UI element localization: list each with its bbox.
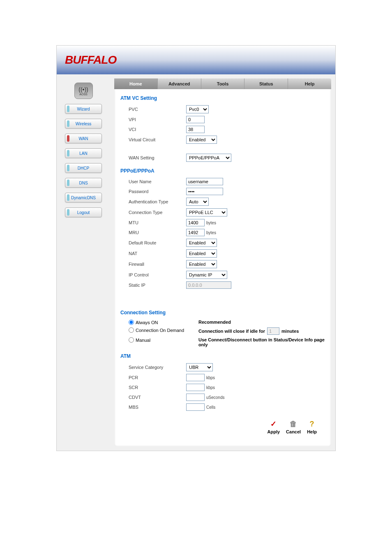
row-wan-setting: WAN Setting PPPoE/PPPoA [120, 154, 325, 162]
row-conn-type: Connection Type PPPoE LLC [120, 208, 325, 216]
row-mru: MRU bytes [120, 229, 325, 236]
idle-text-2: minutes [281, 329, 299, 334]
section-pppoe: PPPoE/PPPoA [120, 168, 325, 174]
apply-button[interactable]: ✓ Apply [267, 419, 280, 434]
label-on-demand: Connection On Demand [136, 328, 184, 333]
aoss-button[interactable]: ((•)) AOSS [74, 83, 93, 99]
nav-advanced[interactable]: Advanced [158, 78, 201, 89]
unit-mbs: Cells [206, 405, 215, 410]
select-wan-setting[interactable]: PPPoE/PPPoA [186, 154, 231, 162]
router-admin-panel: BUFFALO ((•)) AOSS Wizard Wireless WAN L… [56, 45, 336, 451]
row-vpi: VPI [120, 116, 325, 123]
input-pcr[interactable] [186, 374, 205, 381]
row-nat: NAT Enabled [120, 249, 325, 258]
row-service-cat: Service Category UBR [120, 363, 325, 371]
nav-tools[interactable]: Tools [201, 78, 245, 89]
note-manual: Use Connect/Disconnect button in Status/… [198, 337, 325, 347]
buffalo-logo: BUFFALO [65, 53, 116, 67]
input-mtu[interactable] [186, 219, 205, 226]
select-pvc[interactable]: Pvc0 [186, 105, 209, 113]
label-auth-type: Authentication Type [129, 199, 186, 204]
label-pcr: PCR [129, 375, 186, 380]
input-mbs[interactable] [186, 403, 205, 411]
help-button[interactable]: ? Help [307, 419, 317, 434]
select-virtual-circuit[interactable]: Enabled [186, 136, 217, 144]
row-vci: VCI [120, 126, 325, 133]
row-firewall: Firewall Enabled [120, 260, 325, 268]
sidebar-item-dynamicdns[interactable]: DynamicDNS [65, 193, 102, 203]
row-static-ip: Static IP [120, 281, 325, 289]
label-service-cat: Service Category [129, 365, 186, 370]
nav-status[interactable]: Status [244, 78, 288, 89]
question-icon: ? [307, 419, 316, 428]
sidebar-item-lan[interactable]: LAN [65, 148, 102, 158]
select-default-route[interactable]: Enabled [186, 239, 217, 247]
label-vci: VCI [129, 127, 186, 132]
sidebar-item-logout[interactable]: Logout [65, 207, 102, 217]
input-username[interactable] [186, 178, 223, 185]
label-always-on: Always ON [136, 320, 158, 325]
select-auth-type[interactable]: Auto [186, 198, 209, 206]
radio-on-demand[interactable] [129, 327, 134, 333]
nav-home[interactable]: Home [114, 78, 158, 89]
select-ip-control[interactable]: Dynamic IP [186, 271, 227, 279]
radio-always-on[interactable] [129, 320, 134, 325]
select-firewall[interactable]: Enabled [186, 260, 217, 268]
label-mru: MRU [129, 230, 186, 235]
input-static-ip [186, 281, 231, 289]
label-manual: Manual [136, 338, 150, 343]
label-mbs: MBS [129, 405, 186, 410]
label-nat: NAT [129, 251, 186, 256]
label-static-ip: Static IP [129, 283, 186, 288]
label-default-route: Default Route [129, 240, 186, 245]
row-on-demand: Connection On Demand Connection will clo… [120, 327, 325, 335]
label-conn-type: Connection Type [129, 210, 186, 215]
nav-help[interactable]: Help [288, 78, 331, 89]
sidebar-item-dhcp[interactable]: DHCP [65, 163, 102, 173]
section-atm: ATM [120, 353, 325, 359]
sidebar-item-dns[interactable]: DNS [65, 178, 102, 188]
sidebar-item-wan[interactable]: WAN [65, 134, 102, 143]
row-default-route: Default Route Enabled [120, 239, 325, 247]
select-conn-type[interactable]: PPPoE LLC [186, 208, 227, 216]
input-vpi[interactable] [186, 116, 205, 123]
label-mtu: MTU [129, 220, 186, 225]
section-conn: Connection Setting [120, 310, 325, 315]
row-manual: Manual Use Connect/Disconnect button in … [120, 337, 325, 347]
aoss-label: AOSS [79, 93, 87, 96]
input-mru[interactable] [186, 229, 205, 236]
label-pvc: PVC [129, 107, 186, 112]
input-scr[interactable] [186, 384, 205, 391]
row-always-on: Always ON Recommended [120, 320, 325, 325]
unit-pcr: kbps [206, 375, 215, 380]
section-atm-vc: ATM VC Setting [120, 95, 325, 101]
label-password: Password [129, 189, 186, 194]
label-wan-setting: WAN Setting [129, 155, 186, 160]
radio-manual[interactable] [129, 337, 134, 343]
select-service-cat[interactable]: UBR [186, 363, 213, 371]
aoss-icon: ((•)) [78, 86, 88, 93]
input-cdvt[interactable] [186, 394, 205, 401]
sidebar-item-wizard[interactable]: Wizard [65, 104, 102, 114]
note-recommended: Recommended [198, 320, 325, 325]
select-nat[interactable]: Enabled [186, 249, 217, 258]
input-password[interactable] [186, 188, 223, 195]
cancel-button[interactable]: 🗑 Cancel [286, 419, 301, 434]
unit-cdvt: uSeconds [206, 395, 224, 400]
row-virtual-circuit: Virtual Circuit Enabled [120, 136, 325, 144]
row-scr: SCR kbps [120, 384, 325, 391]
top-nav: Home Advanced Tools Status Help [114, 78, 331, 89]
row-password: Password [120, 188, 325, 195]
input-vci[interactable] [186, 126, 205, 133]
input-idle [267, 327, 279, 335]
checkmark-icon: ✓ [269, 419, 278, 428]
row-mtu: MTU bytes [120, 219, 325, 226]
main-layout: ((•)) AOSS Wizard Wireless WAN LAN DHCP … [57, 74, 335, 451]
label-ip-control: IP Control [129, 272, 186, 277]
trash-icon: 🗑 [289, 419, 298, 428]
sidebar-item-wireless[interactable]: Wireless [65, 119, 102, 129]
action-bar: ✓ Apply 🗑 Cancel ? Help [120, 413, 325, 438]
row-auth-type: Authentication Type Auto [120, 198, 325, 206]
unit-scr: kbps [206, 385, 215, 390]
label-cdvt: CDVT [129, 395, 186, 400]
